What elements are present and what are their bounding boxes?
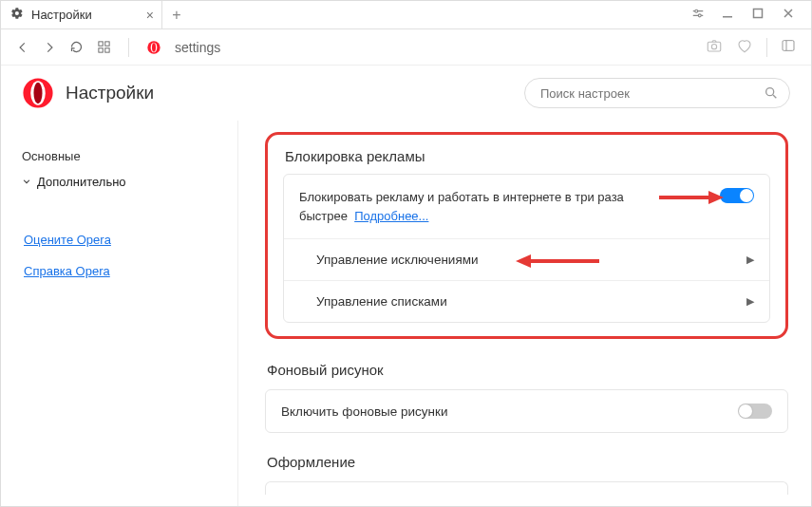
- sidebar-item-label: Дополнительно: [37, 175, 126, 189]
- search-icon: [764, 85, 779, 103]
- heart-icon[interactable]: [736, 37, 753, 57]
- adblock-toggle[interactable]: [720, 188, 754, 203]
- svg-rect-3: [754, 9, 763, 18]
- svg-point-1: [698, 14, 701, 17]
- address-bar: settings: [1, 29, 811, 66]
- svg-rect-4: [99, 42, 103, 46]
- sidebar-item-advanced[interactable]: Дополнительно: [22, 169, 217, 195]
- search-input[interactable]: [524, 78, 790, 108]
- wallpaper-toggle[interactable]: [738, 404, 772, 419]
- sidebar: Основные Дополнительно Оцените Opera Спр…: [1, 121, 238, 507]
- sidebar-item-basic[interactable]: Основные: [22, 143, 217, 169]
- adblock-exceptions-row[interactable]: Управление исключениями ▶: [284, 238, 769, 280]
- easy-setup-icon[interactable]: [691, 7, 703, 23]
- opera-logo: [22, 77, 54, 109]
- body: Основные Дополнительно Оцените Opera Спр…: [1, 121, 811, 507]
- page-title: Настройки: [66, 83, 154, 103]
- opera-icon: [146, 40, 161, 55]
- svg-rect-11: [708, 42, 721, 51]
- tab-title: Настройки: [31, 8, 92, 22]
- svg-line-19: [773, 95, 776, 98]
- titlebar: Настройки × +: [1, 1, 811, 29]
- maximize-icon[interactable]: [752, 8, 764, 22]
- row-label: Управление исключениями: [316, 253, 739, 267]
- wallpaper-card: Включить фоновые рисунки: [265, 389, 788, 433]
- section-title-appearance: Оформление: [265, 448, 788, 481]
- sidebar-link-rate[interactable]: Оцените Opera: [24, 227, 217, 253]
- settings-search[interactable]: [524, 78, 790, 108]
- chevron-down-icon: [22, 175, 31, 189]
- snapshot-icon[interactable]: [706, 37, 723, 57]
- svg-point-18: [766, 88, 774, 96]
- svg-point-17: [33, 83, 42, 104]
- svg-rect-7: [105, 48, 109, 52]
- section-title-adblock: Блокировка рекламы: [283, 146, 770, 174]
- svg-point-12: [711, 45, 716, 49]
- adblock-card: Блокировать рекламу и работать в интерне…: [283, 174, 770, 323]
- speed-dial-icon[interactable]: [97, 40, 111, 54]
- divider: [128, 38, 129, 57]
- adblock-desc: Блокировать рекламу и работать в интерне…: [299, 188, 660, 225]
- adblock-lists-row[interactable]: Управление списками ▶: [284, 280, 769, 322]
- svg-rect-2: [723, 16, 732, 18]
- minimize-icon[interactable]: [722, 8, 733, 22]
- wallpaper-section: Фоновый рисунок Включить фоновые рисунки: [265, 356, 788, 433]
- row-label: Включить фоновые рисунки: [281, 404, 738, 419]
- back-button[interactable]: [16, 41, 29, 54]
- row-label: Управление списками: [316, 294, 739, 309]
- window-controls: [691, 7, 811, 23]
- close-window-icon[interactable]: [783, 8, 794, 22]
- adblock-toggle-row: Блокировать рекламу и работать в интерне…: [284, 175, 769, 238]
- content: Блокировка рекламы Блокировать рекламу и…: [238, 121, 811, 507]
- chevron-right-icon: ▶: [746, 295, 754, 308]
- section-title-wallpaper: Фоновый рисунок: [265, 356, 788, 389]
- address-bar-right: [706, 37, 796, 57]
- address-text[interactable]: settings: [175, 40, 220, 55]
- adblock-more-link[interactable]: Подробнее...: [354, 209, 428, 223]
- appearance-section: Оформление: [265, 448, 788, 495]
- reload-button[interactable]: [69, 40, 84, 54]
- close-icon[interactable]: ×: [146, 8, 154, 23]
- sidebar-link-help[interactable]: Справка Opera: [24, 258, 217, 284]
- svg-rect-5: [105, 42, 109, 46]
- svg-point-0: [695, 9, 698, 12]
- appearance-card: [265, 481, 788, 495]
- svg-point-10: [152, 43, 156, 51]
- gear-icon: [10, 7, 24, 23]
- adblock-section-highlight: Блокировка рекламы Блокировать рекламу и…: [265, 132, 788, 339]
- divider: [766, 38, 767, 57]
- chevron-right-icon: ▶: [746, 254, 754, 266]
- wallpaper-toggle-row: Включить фоновые рисунки: [266, 390, 787, 432]
- new-tab-button[interactable]: +: [162, 1, 191, 29]
- svg-rect-6: [99, 48, 103, 52]
- page-header: Настройки: [1, 66, 811, 121]
- sidebar-toggle-icon[interactable]: [781, 38, 796, 56]
- forward-button[interactable]: [43, 41, 56, 54]
- svg-rect-13: [783, 41, 794, 51]
- browser-tab-settings[interactable]: Настройки ×: [1, 1, 162, 28]
- annotation-arrow: [659, 188, 726, 207]
